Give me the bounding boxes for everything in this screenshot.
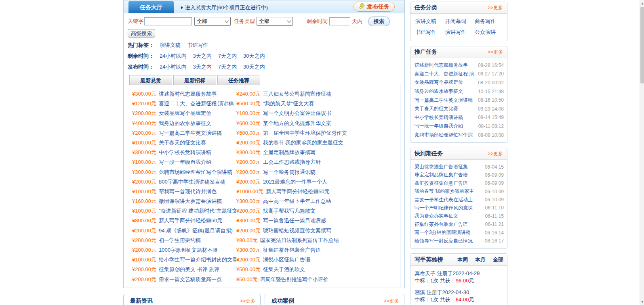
remain-filter-link[interactable]: 3天之内 [193, 52, 211, 60]
task-item[interactable]: ¥1000.00元新人写手两分钟轻松赚50元 [236, 187, 400, 196]
task-item[interactable]: ¥200.00元1000字原创征文题材不限 [132, 245, 236, 255]
tab-task-hall[interactable]: 任务大厅 [128, 1, 174, 13]
vertical-scrollbar[interactable] [640, 0, 644, 305]
task-item[interactable]: ¥500.00元第三届全国中学生环境保护优秀作文 [236, 128, 400, 138]
task-item[interactable]: ¥200.00元我的春节 我的家乡我的家主题征文 [236, 138, 400, 148]
reward-hall-link[interactable]: 进入悬赏大厅(60个项目正在进行中) [181, 4, 268, 11]
expiring-task-link[interactable]: 鑫汇投资征集创意广告语 [415, 180, 468, 187]
task-item[interactable]: ¥200.00元写一个税务简报通讯稿 [236, 167, 400, 177]
promoted-task-link[interactable]: 中小学校长竞聘演讲稿 [415, 114, 463, 121]
task-item[interactable]: ¥800.00元新人写手两分钟轻松赚50元 [132, 216, 236, 226]
expiring-tasks-more-link[interactable]: >>更多 [488, 150, 503, 157]
task-item[interactable]: ¥100.00元写一个文明办公室评比倡议书 [236, 109, 400, 118]
remain-filter-link[interactable]: 24小时以内 [160, 52, 186, 60]
category-link[interactable]: 书信写作 [415, 29, 443, 36]
remain-filter-link[interactable]: 30天之内 [243, 52, 265, 60]
expiring-task-link[interactable]: 需要一份学生代表在活动上 [415, 196, 473, 203]
task-item[interactable]: ¥400.00元我身边的农水故事征文 [132, 119, 236, 128]
latest-news-more-link[interactable]: >>更多 [240, 298, 255, 305]
task-item[interactable]: ¥200.00元需求一篇文艺稿质量高一点 [132, 275, 236, 282]
category-link[interactable]: 商务写作 [475, 18, 502, 25]
task-item[interactable]: ¥300.00元征集红茶外包装盒广告语 [236, 245, 400, 255]
task-item[interactable]: ¥120.00元喜迎二十大、奋进新征程 演讲稿 [132, 99, 236, 109]
success-cases-more-link[interactable]: >>更多 [384, 298, 399, 305]
promoted-task-link[interactable]: 我身边的农水故事征文 [415, 88, 463, 95]
task-item[interactable]: ¥200.00元800字高中学生演讲稿发言稿 [132, 177, 236, 187]
promoted-task-link[interactable]: 女装品牌写个品牌定位 [415, 79, 463, 86]
promoted-tasks-more-link[interactable]: >>更多 [488, 49, 503, 56]
task-item[interactable]: ¥200.00元94 期《扬帆》征稿(题目请自拟) [132, 226, 236, 236]
task-item[interactable]: ¥200.00元澜悦小区征集广告语 [236, 255, 400, 265]
expiring-task-link[interactable]: 写一个严明纪律作风的党课 [415, 205, 473, 211]
hot-tag-link[interactable]: 演讲文稿 [160, 42, 181, 49]
task-item[interactable]: ¥200.00元工会工作思路或指导方针 [236, 157, 400, 167]
expiring-task-link[interactable]: 给领导写一封反应自己情况 [415, 238, 473, 244]
task-categories-more-link[interactable]: >>更多 [488, 4, 503, 11]
task-item[interactable]: ¥240.00元三八妇女节公司新闻宣传征稿 [236, 89, 400, 99]
task-item[interactable]: ¥100.00元写一段一年级自我介绍 [132, 157, 236, 167]
task-item[interactable]: ¥50.00元四周年暨告别推送写个小评价 [236, 275, 400, 282]
search-button[interactable]: 搜索 [368, 17, 390, 26]
promoted-task-link[interactable]: 喜迎二十大、奋进新征程 演 [415, 71, 474, 77]
scroll-down-button[interactable] [640, 299, 644, 305]
task-item[interactable]: ¥500.00元"我的航天梦"征文大赛 [236, 99, 400, 109]
expiring-task-link[interactable]: 我的春节 我的家乡我的家主 [415, 188, 474, 195]
task-item[interactable]: ¥600.00元某个地方的文化提炼升华文案 [236, 119, 400, 128]
task-tab[interactable]: 最新招标 [173, 75, 216, 85]
task-item[interactable]: ¥300.00元中小学校长竞聘演讲稿 [132, 148, 236, 157]
hero-name-link[interactable]: 溯溪 [415, 289, 425, 295]
task-item[interactable]: ¥300.00元写一篇鲁迅任一篇目读后感 [236, 216, 400, 226]
publish-filter-link[interactable]: 7天之内 [218, 63, 237, 71]
promoted-task-link[interactable]: 写一篇高二学生英文演讲稿 [415, 97, 473, 104]
task-tab[interactable]: 任务推荐 [217, 75, 260, 85]
category-link[interactable]: 公众演讲 [475, 29, 502, 36]
task-tab[interactable]: 最新悬赏 [129, 75, 172, 85]
scroll-up-button[interactable] [640, 0, 644, 6]
task-item[interactable]: ¥100.00元"奋进新征程 建功新时代"主题征文 [132, 206, 236, 216]
task-item[interactable]: ¥300.00元竞聘市场部经理帮忙写个演讲稿 [132, 167, 236, 177]
task-item[interactable]: ¥200.00元2021最难忘的一件事一个人 [236, 177, 400, 187]
hero-tab[interactable]: 全部 [489, 254, 507, 265]
category-link[interactable]: 演讲写作 [445, 29, 473, 36]
expiring-task-link[interactable]: 珠宝定制品牌征集广告语 [415, 171, 468, 178]
task-item[interactable]: ¥100.00元帮我写一首现代诗并润色 [132, 187, 236, 196]
task-item[interactable]: ¥200.00元女装品牌写个品牌定位 [132, 109, 236, 118]
category-link[interactable]: 演讲文稿 [415, 18, 443, 25]
category-select[interactable]: 全部 [194, 17, 231, 26]
promoted-task-link[interactable]: 写一段一年级自我介绍 [415, 123, 463, 130]
publish-filter-link[interactable]: 3天之内 [193, 63, 211, 71]
task-item[interactable]: ¥300.00元高中高一年级下半年工作总结 [236, 196, 400, 206]
promoted-task-link[interactable]: 竞聘市场部经理帮忙写个演 [415, 132, 473, 138]
expiring-task-link[interactable]: 我为群众办实事征文 [415, 213, 458, 219]
task-item[interactable]: ¥200.00元找高手帮我写几篇散文 [236, 206, 400, 216]
promoted-task-link[interactable]: 关于春天的征文比赛 [415, 105, 458, 112]
task-item[interactable]: ¥100.00元关于春天的征文比赛 [132, 138, 236, 148]
publish-filter-link[interactable]: 30天之内 [243, 63, 265, 71]
promoted-task-link[interactable]: 讲述新时代志愿服务故事 [415, 62, 468, 69]
task-type-select[interactable]: 全部 [257, 17, 293, 26]
advanced-search-button[interactable]: 高级搜索 [128, 29, 155, 38]
expiring-task-link[interactable]: 写一个3分钟的医院演讲稿 [415, 229, 471, 236]
task-item[interactable]: ¥500.00元征集关于酒的软文 [236, 265, 400, 274]
hot-tag-link[interactable]: 书信写作 [187, 42, 208, 49]
scrollbar-thumb[interactable] [640, 7, 644, 84]
category-link[interactable]: 开闭幕词 [445, 18, 473, 25]
task-item[interactable]: ¥160.00元微团课演讲大赛需要演讲稿 [132, 196, 236, 206]
expiring-task-link[interactable]: 梁山徐坊酒业广告语征集 [415, 163, 468, 170]
task-item[interactable]: ¥200.00元琥珀蜜蜡短视频宣传文案撰写 [236, 226, 400, 236]
keyword-input[interactable] [144, 17, 192, 25]
task-item[interactable]: ¥80.00元国家宪法日法制系列宣传工作总结 [236, 236, 400, 245]
hero-name-link[interactable]: 真命天子 [415, 270, 436, 276]
task-item[interactable]: ¥100.00元给小学生写一篇介绍书封皮的文章 [132, 255, 236, 265]
publish-filter-link[interactable]: 24小时以内 [160, 63, 186, 71]
task-item[interactable]: ¥300.00元全屋定制品牌故事撰写 [236, 148, 400, 157]
task-item[interactable]: ¥300.00元讲述新时代志愿服务故事 [132, 89, 236, 99]
remain-days-input[interactable] [329, 17, 350, 25]
hero-tab[interactable]: 本月 [471, 254, 489, 265]
task-item[interactable]: ¥200.00元初一学生需要约稿 [132, 236, 236, 245]
remain-filter-link[interactable]: 7天之内 [218, 52, 237, 60]
task-item[interactable]: ¥200.00元征集原创的美文 书评 剧评 [132, 265, 236, 274]
hero-tab[interactable]: 本周 [454, 254, 471, 265]
expiring-task-link[interactable]: 征集红茶外包装盒广告语 [415, 221, 468, 228]
publish-task-button[interactable]: 发布任务 [354, 2, 395, 12]
